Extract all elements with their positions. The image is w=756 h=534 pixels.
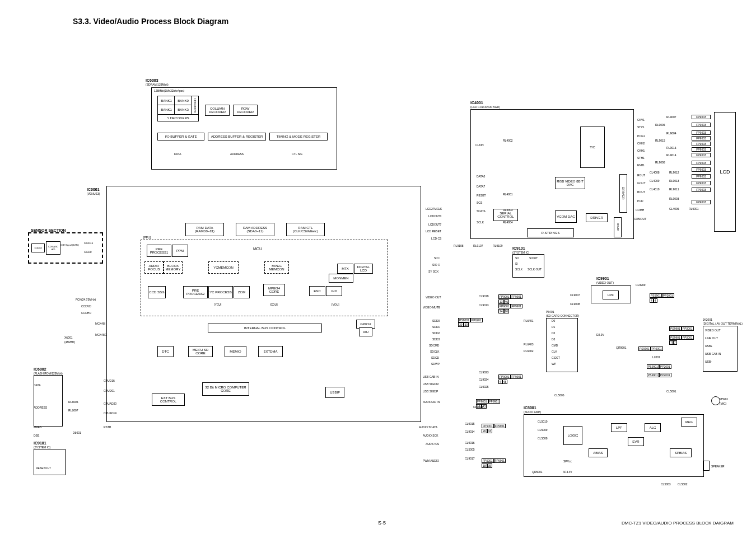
pp2001c: PP2001 [682, 335, 694, 340]
page-number: S-5 [378, 520, 386, 526]
cl5002: CL5002 [678, 483, 688, 486]
si: SI [515, 262, 518, 265]
gix: GIX [326, 286, 342, 296]
qr9901: QR9901 [616, 346, 627, 349]
v48: 48 [502, 380, 508, 384]
video-out: VIDEO OUT [426, 296, 441, 299]
reg: REG [681, 418, 697, 427]
d29v: D2.9V [596, 333, 604, 336]
lcd-box: LCD [714, 112, 736, 232]
bank1b: BANK1 [157, 105, 175, 115]
v4a: 4 [650, 298, 654, 303]
bout: BOUT [637, 190, 645, 194]
ccdssg: CCD SSG [148, 286, 166, 298]
driver2: DRIVER [586, 213, 608, 222]
ram-data: RAM DATA (RAMD0~31) [185, 223, 224, 236]
ckh1: CKH1 [637, 149, 645, 152]
cdet: C.DET [552, 356, 560, 359]
ctl-lbl: CTL SIG [292, 152, 302, 156]
dlcd: DIGITAL LCD [354, 264, 373, 274]
sdata: SDATA [477, 209, 486, 213]
pp2001: PP2001 [662, 293, 674, 298]
ic5001-box: LOGIC LPF ALC EVR ABIAS SPBIAS REG SPVcc [524, 414, 704, 477]
audio-focus: AUDIO FOCUS [144, 261, 164, 274]
pre2: PRE PROCESS2 [183, 286, 208, 298]
rgb: RGB VIDEO 8BIT DAC [555, 177, 585, 189]
usb-cab: USB CAB IN [423, 375, 438, 378]
v33a: 33 [487, 429, 493, 433]
reset: RESET [477, 194, 486, 197]
scs: SCS [477, 201, 482, 204]
cl4009: CL4009 [650, 179, 660, 182]
fp-aud-4: FP5001FP9901 1835 [482, 458, 506, 468]
meifu: MEIFU SD CORE [188, 346, 213, 357]
siout: SIOUT [529, 256, 538, 260]
jk2001-sub: (DIGITAL / AV OUT TERMINAL) [703, 322, 743, 325]
pp2001b: PP2001 [682, 326, 694, 331]
wp: WP [552, 362, 556, 366]
fp-video-1: FP9001FP9901 1346 [498, 294, 522, 304]
lpf5001: LPF [611, 423, 627, 432]
sdwp: SDWP [431, 362, 440, 366]
ps9901f: PS9901 [647, 373, 659, 377]
vou: [VOU] [332, 303, 339, 306]
comout: COMOUT [634, 217, 646, 221]
jk2001-label: JK2001 [703, 318, 712, 321]
fp9003-4: FP9003 [692, 136, 711, 140]
cl9016: CL9016 [465, 441, 475, 444]
ps9901c: PS9901 [669, 335, 682, 340]
rl6402: RL6402 [524, 349, 534, 353]
d2: D2 [552, 331, 555, 335]
v30: 30 [458, 322, 464, 327]
abias: ABIAS [589, 448, 608, 457]
cpud16: CPUD16 [104, 379, 115, 382]
jk-lo: LINE OUT [705, 336, 718, 340]
ic9901-sub: (VIDEO OUT) [596, 281, 614, 284]
extdma: EXTDMA [258, 346, 283, 357]
ic5001-sub: (AUDIO AMP) [524, 410, 541, 414]
sensor-label: SENSOR SECTION [31, 228, 66, 232]
sclk: SCLK [515, 268, 522, 271]
pp2001d: PP2001 [651, 346, 663, 351]
ppu-lbl: [PPU] [143, 236, 151, 239]
cl9007: CL9007 [570, 293, 580, 297]
ps-pp-3: PS9901PP2001 77 [669, 335, 694, 345]
fp9003-13: FP9003 [692, 200, 711, 204]
rl9109: RL9109 [493, 244, 503, 247]
ic6001-sub: (VENUS3) [87, 192, 100, 195]
pcd: PCD [637, 199, 643, 203]
dtc: DTC [157, 346, 174, 357]
rstring: R-STRINGS [527, 228, 574, 237]
addrbuf: ADDRESS BUFFER & REGISTER [208, 133, 266, 140]
jk-vo: VIDEO OUT [705, 329, 721, 332]
d6001: D6001 [73, 431, 81, 434]
v18a: 18 [482, 463, 487, 468]
rl4002: RL4002 [503, 139, 513, 142]
sdcd: SDCD [431, 356, 439, 359]
lcdout0: LCDOUT0 [428, 214, 441, 218]
ic4001-box: CLKIN T/C DRIVER DRIVER RGB VIDEO 8BIT D… [470, 109, 634, 239]
fp9001b: FP9001 [498, 304, 511, 308]
v7a: 7 [669, 340, 673, 345]
d1: D1 [552, 325, 555, 329]
rstb: RSTB [104, 425, 111, 429]
lpf9901: LPF [603, 291, 619, 299]
rl4004: RL4004 [503, 221, 513, 224]
cl9015: CL9015 [465, 422, 475, 425]
cl9017: CL9017 [465, 457, 475, 460]
fp9003-1: FP9003 [692, 115, 711, 119]
pp2001f: PP2001 [659, 373, 671, 377]
addr-lbl: ADDRESS [230, 152, 244, 156]
micro: 32 Bit MICRO COMPUTER CORE [202, 382, 249, 396]
v4u: 4 [498, 380, 502, 384]
monmen: MONMEN [329, 274, 353, 283]
fp9003-11: FP9003 [692, 181, 711, 185]
x6001: X6001 [64, 336, 72, 339]
ps9901e: PS9901 [647, 364, 659, 369]
iobuf: I/O BUFFER & GATE [157, 133, 204, 140]
pcg1: PCG1 [637, 134, 645, 138]
rl9108: RL9108 [454, 244, 464, 247]
rl6401: RL6401 [524, 319, 534, 322]
memio: MEMIO [225, 346, 246, 357]
mpeg4: MPEG4 CORE [263, 284, 285, 296]
